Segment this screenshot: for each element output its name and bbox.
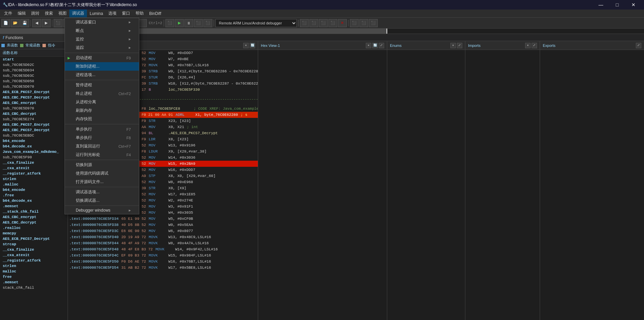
imports-close-icon[interactable]: ✕ [525,43,531,48]
fn-item[interactable]: __register_atfork [0,258,68,263]
menu-view[interactable]: 视图 [56,10,69,17]
menu-window[interactable]: 窗口 [119,10,133,17]
fn-item[interactable]: .realloc [0,225,68,231]
fn-item[interactable]: AES_CBC_PKCS7_Decrypt [0,127,68,133]
maximize-button[interactable]: □ [609,0,625,10]
fn-item[interactable]: strcap [0,242,68,247]
fn-item[interactable]: b64_decode_ex [0,198,68,203]
fn-item[interactable]: sub_76C0E5D050 [0,78,68,84]
asm-line[interactable]: .text:00000076C0E5FD34 65 E1 99 52 MOV W… [68,216,258,222]
dropdown-detach-process[interactable]: 从进程分离 [65,98,139,106]
debugger-selector[interactable]: Remote ARM Linux/Android debugger [215,19,297,27]
fn-item[interactable]: memcpy [0,231,68,236]
toolbar-right3[interactable]: ⬛ [369,19,378,27]
toolbar-debug2[interactable]: ⬛ [309,19,318,27]
fn-item[interactable]: free [0,274,68,280]
imports-expand-icon[interactable]: ⤢ [532,43,537,48]
dropdown-terminate-process[interactable]: 终止进程 Ctrl+F2 [65,89,139,98]
dropdown-refresh-memory[interactable]: 刷新内存 [65,106,139,115]
toolbar-right1[interactable]: ⬛ [350,19,359,27]
menu-bindiff[interactable]: BinDiff [146,10,164,17]
hex-sync-icon[interactable]: 🔄 [372,43,378,48]
dropdown-process-options[interactable]: 进程选项... [65,71,139,79]
dropdown-debugger-windows2[interactable]: Debugger windows [65,207,139,214]
dropdown-source-debug[interactable]: 使用源代码级调试 [65,169,139,178]
toolbar-btn3[interactable]: ⬛ [54,19,62,27]
asm-line[interactable]: .text:00000076C0E5FD4C EF 09 B3 72 MOVK … [68,252,258,259]
fn-item[interactable]: b64_encode [0,138,68,144]
dropdown-pause-process[interactable]: 暂停进程 [65,81,139,89]
fn-item[interactable]: sub_76C0E5D02C [0,62,68,68]
fn-item[interactable]: __cxa_finalize [0,160,68,165]
menu-file[interactable]: 文件 [1,10,15,17]
fn-item[interactable]: sub_76C0E5E274 [0,117,68,122]
fn-item[interactable]: __cxa_finalize [0,247,68,252]
menu-jump[interactable]: 跳转 [29,10,42,17]
function-list[interactable]: start sub_76C0E5D02C sub_76C0E5D034 sub_… [0,57,68,320]
asm-line[interactable]: .text:00000076C0E5FD50 F0 D6 AE 72 MOVK … [68,259,258,265]
dropdown-debugger-options[interactable]: 调试器选项... [65,188,139,196]
fn-item[interactable]: AES_CBC_decrypt [0,220,68,225]
asm-line[interactable]: .text:00000076C0E5FD38 40 D5 8B 52 MOV W… [68,222,258,228]
toolbar-debug5[interactable]: ✕ [338,19,347,27]
dropdown-open-source[interactable]: 打开源码文件... [65,178,139,186]
dropdown-step-over[interactable]: 单步执行 F8 [65,134,139,142]
fn-item[interactable]: .memset [0,280,68,285]
toolbar-forward[interactable]: ▶ [42,19,51,27]
asm-line[interactable]: .text:00000076C0E5FD44 48 4F A9 72 MOVK … [68,240,258,246]
fn-item[interactable]: AES_ECB_PKCS7_Decrypt [0,236,68,242]
fn-item[interactable]: b64_encode [0,187,68,193]
fn-item[interactable]: __stack_chk_fail [0,209,68,214]
fn-item[interactable]: b64_decode_ex [0,144,68,149]
fn-item[interactable]: sub_76C0E5D070 [0,84,68,89]
toolbar-open[interactable]: 📂 [11,19,20,27]
enums-expand-icon[interactable]: ⤢ [457,43,462,48]
hex-view-content[interactable] [258,50,387,320]
asm-line[interactable]: .text:00000076C0E5FD48 48 4F E8 B3 72 MO… [68,246,258,252]
toolbar-stepover[interactable]: ⬛ [203,19,212,27]
exports-expand-icon[interactable]: ⤢ [636,43,641,48]
toolbar-debug4[interactable]: ⬛ [328,19,337,27]
hex-expand-icon[interactable]: ⤢ [379,43,384,48]
toolbar-debug1[interactable]: ⬛ [300,19,309,27]
fn-item[interactable]: sub_76C0E5D034 [0,68,68,73]
toolbar-right2[interactable]: ⬛ [359,19,368,27]
fn-item[interactable]: start [0,57,68,62]
fn-item[interactable]: AES_ECB_PKCS7_Encrypt [0,89,68,95]
toolbar-new[interactable]: 📄 [1,19,10,27]
toolbar-run[interactable]: ▶ [175,19,184,27]
enums-content[interactable] [387,50,465,320]
fn-item[interactable]: stack_chk_fail [0,285,68,290]
toolbar-back[interactable]: ◀ [32,19,41,27]
imports-content[interactable] [465,50,540,320]
toolbar-save[interactable]: 💾 [20,19,29,27]
fn-item[interactable]: __register_atfork [0,171,68,176]
dropdown-debugger-windows[interactable]: 调试器窗口 [65,18,139,26]
dropdown-start-process[interactable]: ▶ 启动进程 F9 [65,54,139,62]
fn-item[interactable]: AES_CBC_encrypt [0,100,68,106]
fn-item[interactable]: malloc [0,269,68,274]
hex-close-icon[interactable]: ✕ [366,43,371,48]
asm-line[interactable]: .text:00000076C0E5FD3C E6 0E 90 52 MOV W… [68,228,258,234]
fn-item[interactable]: sub_76C0E5F90 [0,155,68,160]
ida-view-sync-icon[interactable]: 🔄 [250,43,255,48]
fn-item[interactable]: __cxa_atexit [0,252,68,258]
dropdown-attach-process[interactable]: 附加到进程... [65,62,139,71]
dropdown-run-to-cursor[interactable]: 运行到光标处 F4 [65,150,139,159]
fn-item[interactable]: .malloc [0,182,68,187]
menu-debugger[interactable]: 调试器 [69,10,87,17]
fn-item[interactable]: sub_76C0E5D03C [0,73,68,78]
fn-item[interactable]: AES_CBC_decrypt [0,111,68,117]
toolbar-stop[interactable]: ⬛ [165,19,174,27]
ida-view-close-icon[interactable]: ✕ [243,43,249,48]
dropdown-memory-snapshot[interactable]: 内存快照 [65,115,139,123]
dropdown-monitor[interactable]: 监控 [65,35,139,43]
dropdown-step-into[interactable]: 单步执行 F7 [65,125,139,134]
dropdown-switch-to[interactable]: 切换到源 [65,161,139,169]
fn-item[interactable]: AES_CBC_PKCS7_Decrypt [0,95,68,100]
fn-item[interactable]: strlen [0,263,68,269]
fn-item[interactable]: Java_com_example_ndkdemo_ [0,149,68,155]
toolbar-debug3[interactable]: ⬛ [319,19,328,27]
fn-item[interactable]: __cxa_atexit [0,165,68,171]
toolbar-pause[interactable]: ⏸ [184,19,193,27]
